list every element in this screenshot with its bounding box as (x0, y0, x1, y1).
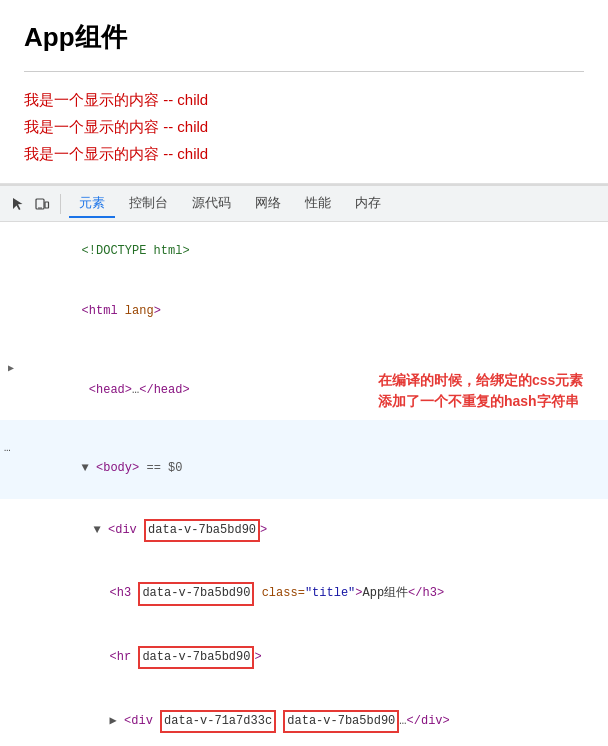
cursor-icon[interactable] (8, 194, 28, 214)
content-line-3: 我是一个显示的内容 -- child (24, 140, 584, 167)
toolbar-separator (60, 194, 61, 214)
hash-attr-hr: data-v-7ba5bd90 (138, 646, 254, 669)
app-title: App组件 (24, 20, 584, 55)
code-body: … ▼ <body> == $0 (0, 420, 608, 499)
svg-rect-1 (45, 202, 49, 208)
device-icon[interactable] (32, 194, 52, 214)
tab-memory[interactable]: 内存 (345, 190, 391, 218)
tab-console[interactable]: 控制台 (119, 190, 178, 218)
devtools-toolbar: 元素 控制台 源代码 网络 性能 内存 (0, 186, 608, 222)
hash-attr-1: data-v-7ba5bd90 (144, 519, 260, 542)
hash-child1a: data-v-71a7d33c (160, 710, 276, 733)
content-line-1: 我是一个显示的内容 -- child (24, 86, 584, 113)
code-h3: <h3 data-v-7ba5bd90 class="title">App组件<… (0, 562, 608, 626)
tab-sources[interactable]: 源代码 (182, 190, 241, 218)
tab-elements[interactable]: 元素 (69, 190, 115, 218)
divider (24, 71, 584, 72)
content-line-2: 我是一个显示的内容 -- child (24, 113, 584, 140)
devtools-panel: 元素 控制台 源代码 网络 性能 内存 <!DOCTYPE html> <htm… (0, 184, 608, 746)
content-lines: 我是一个显示的内容 -- child 我是一个显示的内容 -- child 我是… (24, 86, 584, 167)
preview-area: App组件 我是一个显示的内容 -- child 我是一个显示的内容 -- ch… (0, 0, 608, 184)
tab-network[interactable]: 网络 (245, 190, 291, 218)
hash-child1b: data-v-7ba5bd90 (283, 710, 399, 733)
code-panel: <!DOCTYPE html> <html lang> ▶ <head>…</h… (0, 222, 608, 746)
code-doctype: <!DOCTYPE html> (0, 222, 608, 282)
code-div-open: ▼ <div data-v-7ba5bd90> (0, 499, 608, 563)
code-html-open: <html lang> (0, 282, 608, 342)
annotation-callout: 在编译的时候，给绑定的css元素添加了一个不重复的hash字符串 (378, 370, 588, 412)
hash-attr-h3: data-v-7ba5bd90 (138, 582, 254, 605)
code-content: <!DOCTYPE html> <html lang> ▶ <head>…</h… (0, 222, 608, 746)
code-child-div-1: ▶ <div data-v-71a7d33c data-v-7ba5bd90…<… (0, 689, 608, 746)
tab-performance[interactable]: 性能 (295, 190, 341, 218)
code-hr: <hr data-v-7ba5bd90> (0, 626, 608, 690)
